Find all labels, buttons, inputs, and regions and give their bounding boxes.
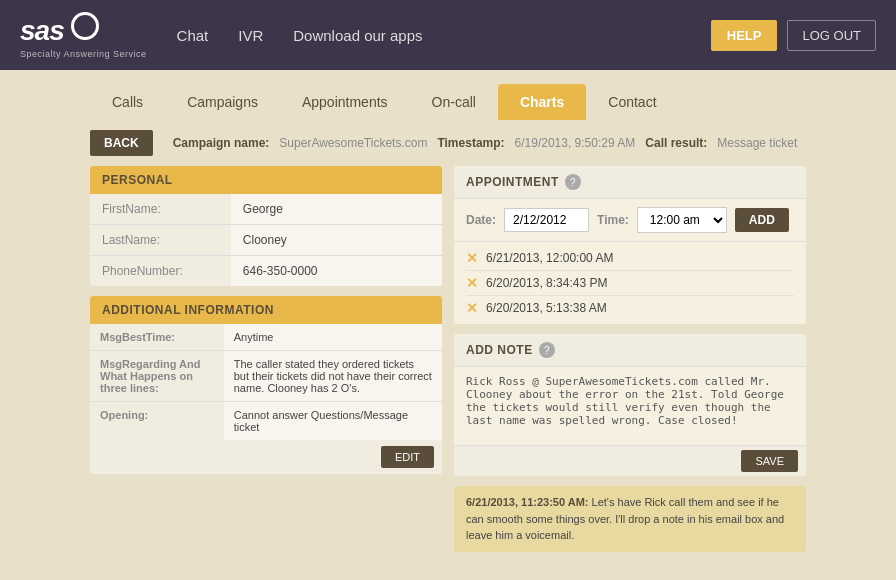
note-header: ADD NOTE xyxy=(466,343,533,357)
content-area: PERSONAL FirstName: George LastName: Clo… xyxy=(90,166,806,566)
tab-calls[interactable]: Calls xyxy=(90,84,165,120)
nav-chat[interactable]: Chat xyxy=(177,27,209,44)
lastname-label: LastName: xyxy=(90,225,231,256)
appt-time-2: 6/20/2013, 8:34:43 PM xyxy=(486,276,607,290)
back-bar: BACK Campaign name: SuperAwesomeTickets.… xyxy=(90,130,806,156)
tab-campaigns[interactable]: Campaigns xyxy=(165,84,280,120)
save-note-button[interactable]: SAVE xyxy=(741,450,798,472)
note-textarea[interactable]: Rick Ross @ SuperAwesomeTickets.com call… xyxy=(454,367,806,442)
date-input[interactable] xyxy=(504,208,589,232)
tab-oncall[interactable]: On-call xyxy=(410,84,498,120)
logo-circle xyxy=(71,12,99,40)
header: sas Specialty Answering Service Chat IVR… xyxy=(0,0,896,70)
edit-row: EDIT xyxy=(90,440,442,474)
note-help-icon[interactable]: ? xyxy=(539,342,555,358)
table-row: MsgRegarding And What Happens on three l… xyxy=(90,351,442,402)
phone-value: 646-350-0000 xyxy=(231,256,442,287)
right-column: APPOINTMENT ? Date: Time: 12:00 am 12:30… xyxy=(454,166,806,566)
remove-appt-icon-3[interactable]: ✕ xyxy=(466,300,478,316)
tab-contact[interactable]: Contact xyxy=(586,84,678,120)
note-save-row: SAVE xyxy=(454,445,806,476)
back-button[interactable]: BACK xyxy=(90,130,153,156)
appointment-header-row: APPOINTMENT ? xyxy=(454,166,806,199)
table-row: MsgBestTime: Anytime xyxy=(90,324,442,351)
appointment-header: APPOINTMENT xyxy=(466,175,559,189)
msgbesttime-label: MsgBestTime: xyxy=(90,324,224,351)
logo-sub: Specialty Answering Service xyxy=(20,49,147,59)
appointment-list: ✕ 6/21/2013, 12:00:00 AM ✕ 6/20/2013, 8:… xyxy=(454,242,806,324)
help-button[interactable]: HELP xyxy=(711,20,778,51)
call-result-label: Call result: xyxy=(645,136,707,150)
additional-info-panel: ADDITIONAL INFORMATION MsgBestTime: Anyt… xyxy=(90,296,442,474)
personal-header: PERSONAL xyxy=(90,166,442,194)
edit-button[interactable]: EDIT xyxy=(381,446,434,468)
lastname-value: Clooney xyxy=(231,225,442,256)
additional-info-header: ADDITIONAL INFORMATION xyxy=(90,296,442,324)
call-result-value: Message ticket xyxy=(717,136,797,150)
msgregarding-label: MsgRegarding And What Happens on three l… xyxy=(90,351,224,402)
list-item: ✕ 6/20/2013, 5:13:38 AM xyxy=(466,296,794,320)
table-row: Opening: Cannot answer Questions/Message… xyxy=(90,402,442,441)
table-row: FirstName: George xyxy=(90,194,442,225)
opening-value: Cannot answer Questions/Message ticket xyxy=(224,402,442,441)
nav-links: Chat IVR Download our apps xyxy=(177,27,711,44)
campaign-name-label: Campaign name: xyxy=(173,136,270,150)
tab-charts[interactable]: Charts xyxy=(498,84,586,120)
appointment-help-icon[interactable]: ? xyxy=(565,174,581,190)
campaign-name-value: SuperAwesomeTickets.com xyxy=(279,136,427,150)
logo-text: sas xyxy=(20,15,64,46)
appt-time-3: 6/20/2013, 5:13:38 AM xyxy=(486,301,607,315)
main-content: BACK Campaign name: SuperAwesomeTickets.… xyxy=(0,120,896,580)
note-header-row: ADD NOTE ? xyxy=(454,334,806,367)
appointment-panel: APPOINTMENT ? Date: Time: 12:00 am 12:30… xyxy=(454,166,806,324)
logout-button[interactable]: LOG OUT xyxy=(787,20,876,51)
personal-table: FirstName: George LastName: Clooney Phon… xyxy=(90,194,442,286)
msgbesttime-value: Anytime xyxy=(224,324,442,351)
remove-appt-icon-1[interactable]: ✕ xyxy=(466,250,478,266)
previous-note: 6/21/2013, 11:23:50 AM: Let's have Rick … xyxy=(454,486,806,552)
opening-label: Opening: xyxy=(90,402,224,441)
nav-download[interactable]: Download our apps xyxy=(293,27,422,44)
msgregarding-value: The caller stated they ordered tickets b… xyxy=(224,351,442,402)
appointment-date-row: Date: Time: 12:00 am 12:30 am 1:00 am AD… xyxy=(454,199,806,242)
time-select[interactable]: 12:00 am 12:30 am 1:00 am xyxy=(637,207,727,233)
additional-info-table: MsgBestTime: Anytime MsgRegarding And Wh… xyxy=(90,324,442,440)
phone-label: PhoneNumber: xyxy=(90,256,231,287)
time-label: Time: xyxy=(597,213,629,227)
remove-appt-icon-2[interactable]: ✕ xyxy=(466,275,478,291)
timestamp-label: Timestamp: xyxy=(437,136,504,150)
list-item: ✕ 6/21/2013, 12:00:00 AM xyxy=(466,246,794,271)
firstname-value: George xyxy=(231,194,442,225)
add-appointment-button[interactable]: ADD xyxy=(735,208,789,232)
table-row: PhoneNumber: 646-350-0000 xyxy=(90,256,442,287)
tab-appointments[interactable]: Appointments xyxy=(280,84,410,120)
list-item: ✕ 6/20/2013, 8:34:43 PM xyxy=(466,271,794,296)
personal-panel: PERSONAL FirstName: George LastName: Clo… xyxy=(90,166,442,286)
tabs-bar: Calls Campaigns Appointments On-call Cha… xyxy=(0,70,896,120)
nav-ivr[interactable]: IVR xyxy=(238,27,263,44)
left-column: PERSONAL FirstName: George LastName: Clo… xyxy=(90,166,442,566)
logo: sas Specialty Answering Service xyxy=(20,12,147,59)
timestamp-value: 6/19/2013, 9:50:29 AM xyxy=(515,136,636,150)
prev-note-timestamp: 6/21/2013, 11:23:50 AM: xyxy=(466,496,589,508)
firstname-label: FirstName: xyxy=(90,194,231,225)
logo-area: sas Specialty Answering Service xyxy=(20,12,147,59)
appt-time-1: 6/21/2013, 12:00:00 AM xyxy=(486,251,613,265)
date-label: Date: xyxy=(466,213,496,227)
add-note-panel: ADD NOTE ? Rick Ross @ SuperAwesomeTicke… xyxy=(454,334,806,476)
table-row: LastName: Clooney xyxy=(90,225,442,256)
header-actions: HELP LOG OUT xyxy=(711,20,876,51)
back-info: Campaign name: SuperAwesomeTickets.com T… xyxy=(173,136,798,150)
